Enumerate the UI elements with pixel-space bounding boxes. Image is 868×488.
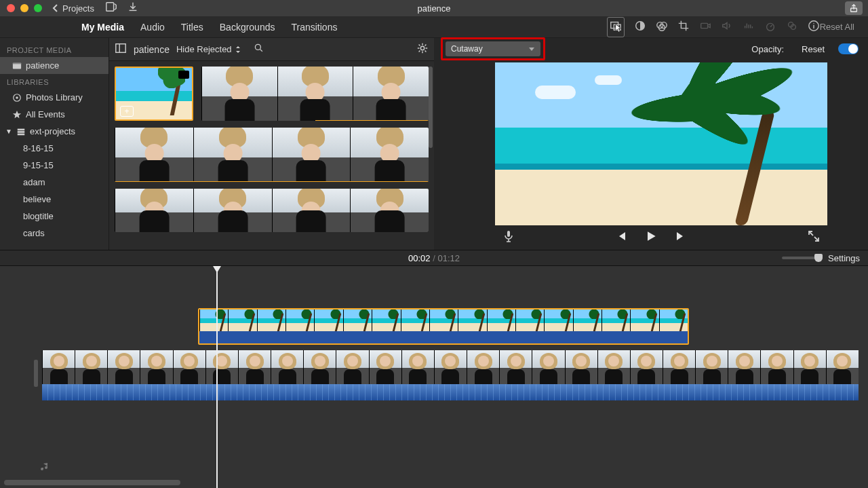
event-believe[interactable]: believe xyxy=(0,191,108,208)
zoom-slider[interactable] xyxy=(782,257,823,259)
tab-my-media[interactable]: My Media xyxy=(81,22,124,33)
overlay-controls-row: Cutaway Opacity: Reset xyxy=(434,38,868,60)
browser-settings-icon[interactable] xyxy=(416,42,429,57)
svg-rect-19 xyxy=(18,131,25,133)
audio-waveform[interactable] xyxy=(42,384,859,400)
library-sidebar: PROJECT MEDIA patience LIBRARIES Photos … xyxy=(0,38,108,250)
viewer-panel: Cutaway Opacity: Reset xyxy=(434,38,868,250)
search-icon[interactable] xyxy=(254,43,264,56)
project-name-label: patience xyxy=(26,60,59,71)
voiceover-mic-icon[interactable] xyxy=(502,229,515,246)
event-9-15-15[interactable]: 9-15-15 xyxy=(0,157,108,174)
browser-title: patience xyxy=(134,44,170,55)
browser-photo-clip[interactable]: + xyxy=(115,67,193,121)
svg-rect-14 xyxy=(13,62,21,64)
prev-button[interactable] xyxy=(614,229,628,246)
fullscreen-window-button[interactable] xyxy=(34,4,42,12)
minimize-window-button[interactable] xyxy=(20,4,28,12)
tab-backgrounds[interactable]: Backgrounds xyxy=(220,22,275,33)
tab-transitions[interactable]: Transitions xyxy=(291,22,337,33)
event-blogtitle[interactable]: blogtitle xyxy=(0,208,108,225)
timeline-main-clip[interactable] xyxy=(42,350,859,400)
timeline[interactable] xyxy=(0,266,868,488)
svg-rect-24 xyxy=(507,231,510,237)
svg-point-22 xyxy=(255,44,260,50)
stabilization-icon[interactable] xyxy=(699,20,711,35)
clip-used-indicator xyxy=(115,181,429,182)
media-browser: patience Hide Rejected + xyxy=(108,38,434,250)
media-tabs-row: My Media Audio Titles Backgrounds Transi… xyxy=(0,16,868,38)
playhead[interactable] xyxy=(216,270,218,488)
timeline-horizontal-scrollbar[interactable] xyxy=(4,480,180,485)
svg-marker-17 xyxy=(13,110,21,117)
svg-point-23 xyxy=(420,46,424,50)
fullscreen-icon[interactable] xyxy=(807,229,821,246)
opacity-label: Opacity: xyxy=(751,44,784,54)
browser-scrollbar[interactable] xyxy=(429,67,433,148)
clip-filter-icon[interactable] xyxy=(786,20,798,35)
event-adam[interactable]: adam xyxy=(0,174,108,191)
window-title: patience xyxy=(417,3,450,14)
hide-rejected-dropdown[interactable]: Hide Rejected xyxy=(176,44,241,54)
project-media-header: PROJECT MEDIA xyxy=(0,42,108,57)
preview-screen[interactable] xyxy=(495,62,827,225)
next-button[interactable] xyxy=(674,229,688,246)
all-events-item[interactable]: All Events xyxy=(0,106,108,123)
svg-rect-18 xyxy=(18,128,25,130)
overlay-toggle[interactable] xyxy=(838,43,859,54)
browser-layout-icon[interactable] xyxy=(115,42,127,57)
sidebar-item-label: Photos Library xyxy=(26,92,83,102)
transport-controls xyxy=(434,225,868,250)
add-to-timeline-icon[interactable]: + xyxy=(120,106,134,117)
clip-used-indicator xyxy=(315,120,429,121)
time-counter: 00:02 / 01:12 xyxy=(408,253,460,263)
clip-connection-handle[interactable] xyxy=(34,360,38,387)
library-view-icon[interactable] xyxy=(105,1,117,16)
svg-point-9 xyxy=(766,23,774,31)
info-icon[interactable] xyxy=(808,20,820,35)
overlay-mode-label: Cutaway xyxy=(451,44,483,54)
play-button[interactable] xyxy=(644,229,658,246)
svg-rect-20 xyxy=(18,133,25,135)
reset-all-button[interactable]: Reset All xyxy=(820,22,854,32)
browser-video-clip[interactable] xyxy=(115,128,429,182)
event-8-16-15[interactable]: 8-16-15 xyxy=(0,140,108,157)
titlebar: Projects patience xyxy=(0,0,868,16)
color-correction-icon[interactable] xyxy=(656,20,668,35)
inspector-toolbar xyxy=(607,17,820,37)
volume-icon[interactable] xyxy=(721,20,733,35)
noise-eq-icon[interactable] xyxy=(743,20,755,35)
svg-point-16 xyxy=(16,96,18,99)
timeline-header: 00:02 / 01:12 Settings xyxy=(0,250,868,266)
camera-badge-icon xyxy=(178,71,189,79)
svg-rect-8 xyxy=(701,23,707,28)
svg-rect-21 xyxy=(116,43,125,52)
sidebar-item-label: ext-projects xyxy=(30,126,75,136)
overlay-reset-button[interactable]: Reset xyxy=(802,44,825,54)
music-track-well[interactable] xyxy=(34,459,859,474)
browser-toolbar: patience Hide Rejected xyxy=(109,38,434,61)
timeline-overlay-clip[interactable] xyxy=(198,308,689,345)
photos-library-item[interactable]: Photos Library xyxy=(0,89,108,106)
tab-audio[interactable]: Audio xyxy=(140,22,165,33)
tab-titles[interactable]: Titles xyxy=(181,22,203,33)
ext-projects-library[interactable]: ▼ ext-projects xyxy=(0,123,108,140)
close-window-button[interactable] xyxy=(7,4,15,12)
project-media-item[interactable]: patience xyxy=(0,57,108,74)
browser-video-clip[interactable] xyxy=(115,189,429,232)
import-icon[interactable] xyxy=(127,1,139,16)
crop-icon[interactable] xyxy=(677,20,690,35)
back-label: Projects xyxy=(62,3,94,14)
overlay-mode-dropdown[interactable]: Cutaway xyxy=(446,41,540,56)
color-balance-icon[interactable] xyxy=(634,20,646,35)
video-overlay-icon[interactable] xyxy=(607,17,625,37)
back-to-projects-button[interactable]: Projects xyxy=(52,3,94,14)
share-button[interactable] xyxy=(845,1,863,15)
browser-video-clip[interactable] xyxy=(201,67,429,121)
sidebar-item-label: All Events xyxy=(26,109,65,119)
libraries-header: LIBRARIES xyxy=(0,74,108,89)
svg-rect-0 xyxy=(106,3,114,12)
timeline-settings-button[interactable]: Settings xyxy=(828,253,860,263)
event-cards[interactable]: cards xyxy=(0,225,108,242)
speed-icon[interactable] xyxy=(764,20,776,35)
